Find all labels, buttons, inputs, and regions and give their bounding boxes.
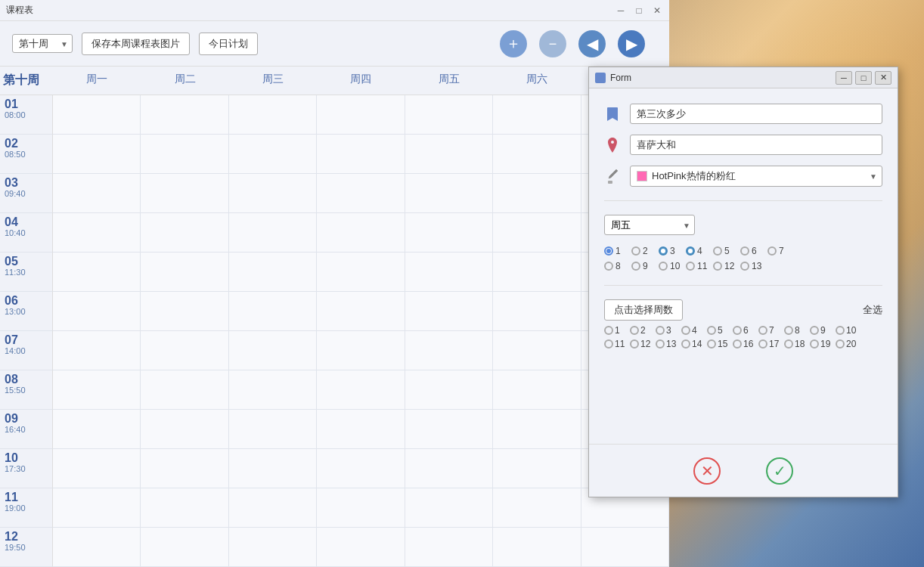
day-cell[interactable] [405,174,492,213]
week-radio[interactable] [604,326,613,335]
week-radio[interactable] [707,339,716,349]
day-cell[interactable] [141,213,228,253]
day-cell[interactable] [229,370,316,410]
period-radio[interactable] [604,246,613,256]
remove-course-button[interactable]: － [539,30,566,57]
day-cell[interactable] [317,253,404,292]
save-image-button[interactable]: 保存本周课程表图片 [82,33,190,55]
day-cell[interactable] [317,410,404,449]
period-radio[interactable] [604,262,613,271]
day-cell[interactable] [53,410,140,449]
day-cell[interactable] [493,410,580,449]
day-cell[interactable] [405,410,492,449]
period-radio[interactable] [686,262,695,271]
form-maximize-btn[interactable]: □ [855,71,872,85]
day-cell[interactable] [317,488,404,528]
day-cell[interactable] [53,488,140,528]
week-radio[interactable] [604,339,613,349]
day-cell[interactable] [229,95,316,135]
day-cell[interactable] [229,449,316,488]
week-radio[interactable] [733,326,742,335]
day-cell[interactable] [53,95,140,135]
week-radio[interactable] [707,326,716,335]
form-close-btn[interactable]: ✕ [875,71,891,85]
day-cell[interactable] [141,528,228,567]
day-cell[interactable] [141,410,228,449]
day-of-week-select[interactable]: 周一周二周三周四 周五周六周日 [604,215,695,235]
day-cell[interactable] [141,488,228,528]
day-cell[interactable] [493,174,580,213]
week-radio[interactable] [758,326,767,335]
day-cell[interactable] [405,331,492,370]
course-location-input[interactable] [630,135,882,155]
day-cell[interactable] [141,253,228,292]
course-name-input[interactable] [630,104,882,124]
week-radio[interactable] [836,339,845,349]
period-radio[interactable] [767,246,777,256]
day-cell[interactable] [229,292,316,331]
week-radio[interactable] [784,339,793,349]
period-radio[interactable] [740,262,749,271]
form-minimize-btn[interactable]: ─ [836,71,852,85]
day-cell[interactable] [405,488,492,528]
day-cell[interactable] [317,449,404,488]
day-cell[interactable] [317,174,404,213]
day-cell[interactable] [141,95,228,135]
day-cell[interactable] [141,449,228,488]
day-cell[interactable] [581,528,668,567]
week-radio[interactable] [630,326,639,335]
week-radio[interactable] [656,339,665,349]
day-cell[interactable] [405,449,492,488]
next-week-button[interactable]: ▶ [618,30,645,57]
day-cell[interactable] [317,528,404,567]
day-cell[interactable] [493,331,580,370]
day-cell[interactable] [53,331,140,370]
maximize-btn[interactable]: □ [633,5,645,17]
day-cell[interactable] [53,174,140,213]
day-cell[interactable] [229,488,316,528]
week-radio[interactable] [810,326,819,335]
period-radio[interactable] [713,246,722,256]
confirm-button[interactable]: ✓ [766,457,793,485]
day-cell[interactable] [229,213,316,253]
week-radio[interactable] [810,339,819,349]
day-cell[interactable] [53,135,140,174]
day-cell[interactable] [229,410,316,449]
day-cell[interactable] [53,292,140,331]
day-cell[interactable] [229,331,316,370]
week-all-button[interactable]: 全选 [863,303,882,317]
week-radio[interactable] [784,326,793,335]
minimize-btn[interactable]: ─ [615,5,627,17]
add-course-button[interactable]: ＋ [500,30,527,57]
day-cell[interactable] [317,331,404,370]
day-cell[interactable] [493,253,580,292]
cancel-button[interactable]: ✕ [693,457,721,485]
day-cell[interactable] [405,135,492,174]
day-cell[interactable] [53,213,140,253]
period-radio[interactable] [686,246,695,256]
day-cell[interactable] [53,253,140,292]
day-cell[interactable] [229,528,316,567]
day-cell[interactable] [405,292,492,331]
close-btn[interactable]: ✕ [651,5,663,17]
day-cell[interactable] [53,370,140,410]
day-cell[interactable] [405,213,492,253]
day-cell[interactable] [405,370,492,410]
day-cell[interactable] [317,95,404,135]
week-radio[interactable] [758,339,767,349]
day-cell[interactable] [141,135,228,174]
day-cell[interactable] [53,449,140,488]
day-cell[interactable] [53,528,140,567]
day-cell[interactable] [493,488,580,528]
week-radio[interactable] [836,326,845,335]
day-cell[interactable] [317,292,404,331]
day-cell[interactable] [493,370,580,410]
day-cell[interactable] [141,331,228,370]
week-select-button[interactable]: 点击选择周数 [604,299,683,321]
period-radio[interactable] [631,246,640,256]
period-radio[interactable] [659,246,668,256]
day-cell[interactable] [493,135,580,174]
day-cell[interactable] [317,135,404,174]
day-cell[interactable] [317,370,404,410]
period-radio[interactable] [631,262,640,271]
